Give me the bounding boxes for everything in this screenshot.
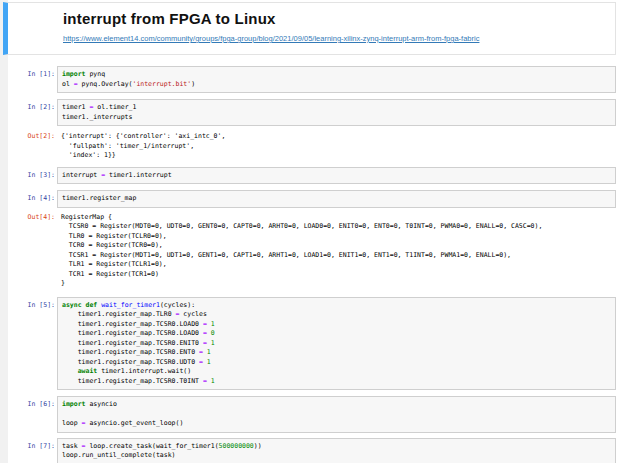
code-line: timer1.register_map.TCSR0.ENIT0 = 1 — [62, 339, 611, 349]
input-prompt: In [1]: — [8, 66, 57, 80]
output-row: Out[2]:{'interrupt': {'controller': 'axi… — [8, 130, 616, 163]
code-input[interactable]: import asyncio loop = asyncio.get_event_… — [57, 396, 616, 433]
code-line: import pynq — [62, 70, 611, 80]
code-line: async def wait_for_timer1(cycles): — [62, 301, 611, 311]
notebook-cells: In [1]:import pynqol = pynq.Overlay('int… — [8, 66, 616, 463]
code-line: loop.run_until_complete(task) — [62, 451, 611, 461]
code-input[interactable]: interrupt = timer1.interrupt — [57, 167, 616, 185]
code-line: RegisterMap { — [61, 213, 612, 223]
code-line: TCSR1 = Register(MDT1=0, UDT1=0, GENT1=0… — [61, 251, 612, 261]
code-line: interrupt = timer1.interrupt — [62, 171, 611, 181]
code-cell-row: In [1]:import pynqol = pynq.Overlay('int… — [8, 66, 616, 93]
input-prompt: In [5]: — [8, 297, 57, 311]
cell-output: {'interrupt': {'controller': 'axi_intc_0… — [57, 130, 616, 163]
input-prompt: In [7]: — [8, 438, 57, 452]
output-prompt: Out[4]: — [8, 211, 57, 223]
code-cell-row: In [7]:task = loop.create_task(wait_for_… — [8, 438, 616, 463]
code-line: TCR0 = Register(TCR0=0), — [61, 241, 612, 251]
code-line: await timer1.interrupt.wait() — [62, 367, 611, 377]
code-line: ol = pynq.Overlay('interrupt.bit') — [62, 80, 611, 90]
code-line: 'fullpath': 'timer_1/interrupt', — [61, 142, 612, 152]
output-prompt: Out[2]: — [8, 130, 57, 142]
source-link[interactable]: https://www.element14.com/community/grou… — [63, 34, 479, 43]
code-line: timer1.register_map.TCSR0.ENT0 = 1 — [62, 348, 611, 358]
input-prompt: In [3]: — [8, 167, 57, 181]
input-prompt: In [6]: — [8, 396, 57, 410]
code-line — [62, 410, 611, 420]
code-line: timer1._interrupts — [62, 113, 611, 123]
markdown-cell[interactable]: interrupt from FPGA to Linux https://www… — [3, 2, 616, 55]
code-line: timer1.register_map.TCSR0.LOAD0 = 0 — [62, 329, 611, 339]
code-input[interactable]: task = loop.create_task(wait_for_timer1(… — [57, 438, 616, 463]
code-input[interactable]: async def wait_for_timer1(cycles): timer… — [57, 297, 616, 391]
code-line: timer1.register_map.TCSR0.UDT0 = 1 — [62, 358, 611, 368]
code-cell-row: In [3]:interrupt = timer1.interrupt — [8, 167, 616, 185]
code-line: timer1.register_map — [62, 194, 611, 204]
code-input[interactable]: import pynqol = pynq.Overlay('interrupt.… — [57, 66, 616, 93]
code-line: TCR1 = Register(TCR1=0) — [61, 270, 612, 280]
code-cell-row: In [4]:timer1.register_map — [8, 190, 616, 208]
code-line: {'interrupt': {'controller': 'axi_intc_0… — [61, 132, 612, 142]
code-cell-row: In [5]:async def wait_for_timer1(cycles)… — [8, 297, 616, 391]
code-line: } — [61, 279, 612, 289]
page-gutter — [0, 0, 8, 463]
code-cell-row: In [6]:import asyncio loop = asyncio.get… — [8, 396, 616, 433]
code-line: import asyncio — [62, 400, 611, 410]
code-input[interactable]: timer1.register_map — [57, 190, 616, 208]
code-line: loop = asyncio.get_event_loop() — [62, 419, 611, 429]
code-cell-row: In [2]:timer1 = ol.timer_1timer1._interr… — [8, 99, 616, 126]
code-line: TLR1 = Register(TCLR1=0), — [61, 260, 612, 270]
code-input[interactable]: timer1 = ol.timer_1timer1._interrupts — [57, 99, 616, 126]
code-line: 'index': 1}} — [61, 151, 612, 161]
output-row: Out[4]:RegisterMap { TCSR0 = Register(MD… — [8, 211, 616, 291]
code-line: task = loop.create_task(wait_for_timer1(… — [62, 442, 611, 452]
notebook-title: interrupt from FPGA to Linux — [63, 10, 605, 27]
code-line: timer1 = ol.timer_1 — [62, 103, 611, 113]
input-prompt: In [2]: — [8, 99, 57, 113]
code-line: timer1.register_map.TLR0 = cycles — [62, 310, 611, 320]
code-line: TLR0 = Register(TCLR0=0), — [61, 232, 612, 242]
code-line: TCSR0 = Register(MDT0=0, UDT0=0, GENT0=0… — [61, 222, 612, 232]
code-line: timer1.register_map.TCSR0.LOAD0 = 1 — [62, 320, 611, 330]
cell-output: RegisterMap { TCSR0 = Register(MDT0=0, U… — [57, 211, 616, 291]
code-line: timer1.register_map.TCSR0.T0INT = 1 — [62, 377, 611, 387]
input-prompt: In [4]: — [8, 190, 57, 204]
